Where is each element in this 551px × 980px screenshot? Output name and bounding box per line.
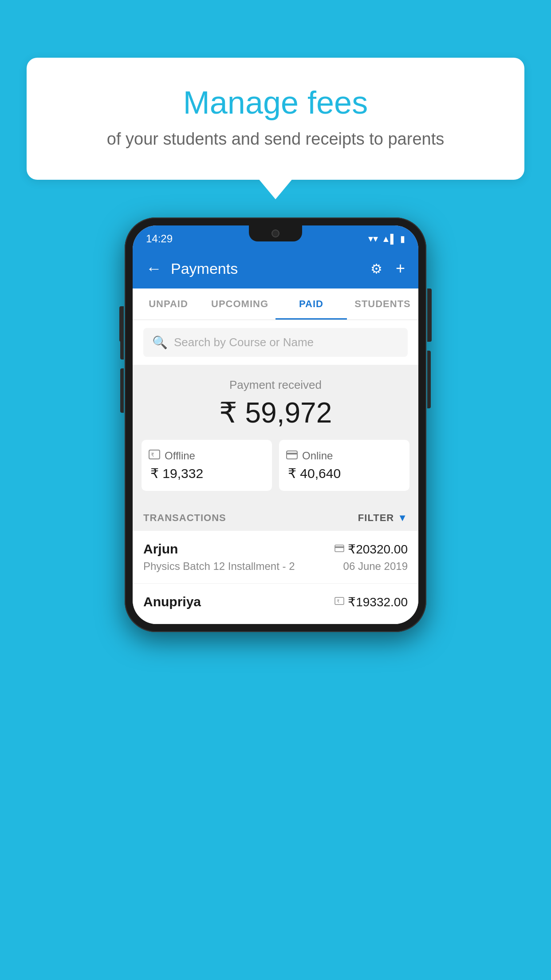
status-time: 14:29 [146,233,173,245]
transaction-row-arjun[interactable]: Arjun ₹20320.00 Physics [133,531,418,584]
bubble-title: Manage fees [62,84,489,121]
filter-button[interactable]: FILTER ▼ [358,512,408,524]
tabs-container: UNPAID UPCOMING PAID STUDENTS [133,288,418,320]
header-title: Payments [171,260,362,277]
offline-card-header: ₹ Offline [149,450,195,462]
online-card: Online ₹ 40,640 [279,440,409,491]
transaction-name-arjun: Arjun [143,541,178,557]
transaction-row-top-arjun: Arjun ₹20320.00 [143,541,408,557]
svg-rect-2 [287,451,297,459]
transactions-label: TRANSACTIONS [143,512,226,524]
tab-unpaid[interactable]: UNPAID [133,288,204,320]
phone-outer: 14:29 ▾▾ ▲▌ ▮ ← Payments ⚙ + UNPAID [125,217,426,632]
offline-card: ₹ Offline ₹ 19,332 [142,440,272,491]
app-header: ← Payments ⚙ + [133,249,418,288]
online-amount: ₹ 40,640 [286,466,341,481]
bubble-subtitle: of your students and send receipts to pa… [62,130,489,149]
speech-bubble: Manage fees of your students and send re… [27,58,524,180]
online-payment-icon-arjun [335,543,344,555]
payment-received-label: Payment received [142,378,409,392]
search-icon: 🔍 [152,335,168,350]
transaction-amount-value-anupriya: ₹19332.00 [348,595,408,609]
offline-icon: ₹ [149,450,160,462]
svg-text:₹: ₹ [151,452,154,458]
transaction-row-anupriya[interactable]: Anupriya ₹ ₹19332.00 [133,584,418,624]
phone-screen: 14:29 ▾▾ ▲▌ ▮ ← Payments ⚙ + UNPAID [133,225,418,624]
transaction-row-bottom-arjun: Physics Batch 12 Installment - 2 06 June… [143,560,408,573]
online-label: Online [302,450,333,462]
back-button[interactable]: ← [146,259,162,278]
offline-amount: ₹ 19,332 [149,466,203,481]
phone-mockup: 14:29 ▾▾ ▲▌ ▮ ← Payments ⚙ + UNPAID [125,217,426,632]
filter-icon: ▼ [398,512,408,524]
camera-notch [272,229,279,237]
add-button[interactable]: + [396,259,405,278]
filter-label: FILTER [358,512,394,524]
transaction-date-arjun: 06 June 2019 [343,560,408,573]
search-bar[interactable]: 🔍 Search by Course or Name [143,328,408,357]
payment-summary: Payment received ₹ 59,972 ₹ [133,365,418,502]
transaction-row-top-anupriya: Anupriya ₹ ₹19332.00 [143,594,408,609]
transaction-course-arjun: Physics Batch 12 Installment - 2 [143,560,295,573]
tab-students[interactable]: STUDENTS [347,288,418,320]
offline-payment-icon-anupriya: ₹ [335,596,344,608]
svg-rect-4 [335,545,344,552]
search-container: 🔍 Search by Course or Name [133,320,418,365]
speech-bubble-container: Manage fees of your students and send re… [27,58,524,180]
transaction-amount-value-arjun: ₹20320.00 [348,542,408,557]
transaction-amount-arjun: ₹20320.00 [335,542,408,557]
payment-total-amount: ₹ 59,972 [142,396,409,429]
svg-rect-6 [335,597,344,605]
settings-button[interactable]: ⚙ [370,261,382,277]
transactions-header: TRANSACTIONS FILTER ▼ [133,502,418,531]
phone-notch [249,225,302,241]
payment-cards: ₹ Offline ₹ 19,332 [142,440,409,491]
svg-rect-5 [335,546,344,548]
battery-icon: ▮ [400,233,405,244]
signal-icon: ▲▌ [382,234,397,244]
svg-text:₹: ₹ [337,599,339,604]
wifi-icon: ▾▾ [368,233,378,245]
search-placeholder-text: Search by Course or Name [174,336,314,349]
online-icon [286,450,298,462]
tab-paid[interactable]: PAID [276,288,347,320]
status-icons: ▾▾ ▲▌ ▮ [368,233,405,245]
transaction-amount-anupriya: ₹ ₹19332.00 [335,595,408,609]
transaction-name-anupriya: Anupriya [143,594,201,609]
online-card-header: Online [286,450,333,462]
svg-rect-3 [287,453,297,454]
offline-label: Offline [165,450,195,462]
tab-upcoming[interactable]: UPCOMING [204,288,276,320]
